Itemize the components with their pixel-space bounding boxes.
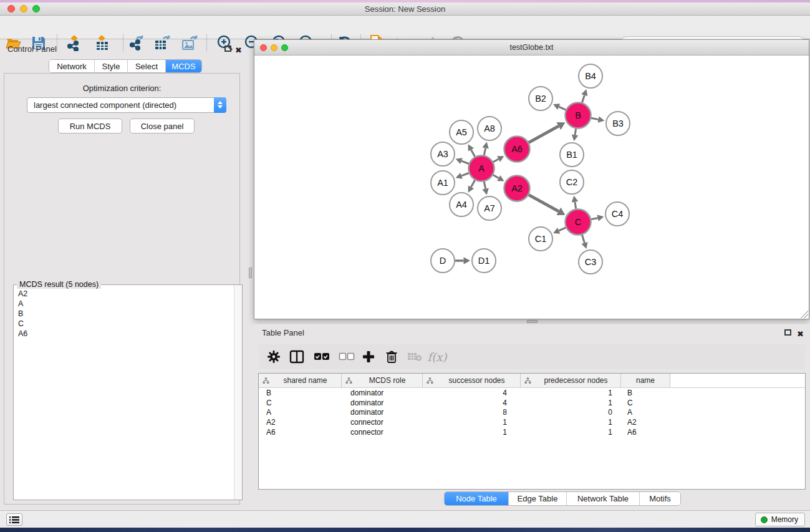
cell-name: A <box>621 408 670 417</box>
edge-A-A8[interactable] <box>484 148 485 155</box>
tab-network[interactable]: Network <box>49 60 95 72</box>
column-type-icon <box>524 377 531 384</box>
export-image-button[interactable] <box>181 34 198 52</box>
edge-A-A6[interactable] <box>493 159 499 162</box>
column-header-label: name <box>621 376 670 385</box>
edge-B-B4[interactable] <box>582 95 585 102</box>
show-column-button[interactable] <box>288 348 306 365</box>
column-header-MCDS-role[interactable]: MCDS role <box>342 374 423 387</box>
result-list-item[interactable]: A2 <box>14 289 233 299</box>
columns-icon <box>289 350 304 364</box>
cell-shared-name: B <box>259 389 342 397</box>
import-network-button[interactable] <box>65 34 82 52</box>
column-header-name[interactable]: name <box>621 374 670 387</box>
tab-network-table[interactable]: Network Table <box>567 492 640 505</box>
arrowhead-icon <box>482 142 488 149</box>
table-row[interactable]: A2connector11A2 <box>259 417 805 427</box>
network-window-titlebar[interactable]: testGlobe.txt <box>254 40 809 56</box>
cell-name: B <box>621 389 670 397</box>
control-panel-close-button[interactable]: ✖ <box>235 44 242 56</box>
edge-A-A5[interactable] <box>471 150 475 157</box>
table-row[interactable]: Adominator80A <box>259 408 805 418</box>
node-label-C: C <box>575 217 581 227</box>
control-panel-float-button[interactable] <box>224 46 231 52</box>
run-mcds-button[interactable]: Run MCDS <box>58 118 122 133</box>
checked-boxes-icon <box>314 352 330 361</box>
table-panel-float-button[interactable] <box>784 329 791 336</box>
table-row[interactable]: A6connector11A6 <box>259 427 805 437</box>
column-header-shared-name[interactable]: shared name <box>259 374 342 387</box>
toolbar-separator <box>206 34 207 51</box>
table-panel-close-button[interactable]: ✖ <box>797 328 804 339</box>
select-all-button[interactable] <box>313 348 330 365</box>
edge-A6-B[interactable] <box>529 126 559 142</box>
node-label-A1: A1 <box>437 178 448 188</box>
deselect-all-button[interactable] <box>338 348 355 365</box>
arrowhead-icon <box>572 196 578 203</box>
dropdown-value: largest connected component (directed) <box>27 100 214 110</box>
table-settings-button[interactable] <box>265 348 282 365</box>
result-list-item[interactable]: A <box>14 299 233 309</box>
create-column-button[interactable] <box>360 348 377 365</box>
result-list-item[interactable]: C <box>14 319 233 329</box>
edge-C-C4[interactable] <box>591 218 598 219</box>
unchecked-boxes-icon <box>339 352 355 361</box>
control-panel-title: Control Panel <box>7 44 57 54</box>
tab-edge-table[interactable]: Edge Table <box>509 492 567 505</box>
import-table-button[interactable] <box>94 34 111 52</box>
tab-mcds[interactable]: MCDS <box>166 60 201 72</box>
export-network-button[interactable] <box>127 34 145 52</box>
delete-table-icon <box>407 352 422 362</box>
tab-motifs[interactable]: Motifs <box>640 492 680 505</box>
delete-table-button[interactable] <box>406 348 423 365</box>
edge-A-A7[interactable] <box>484 181 485 189</box>
result-scrollbar[interactable] <box>234 285 242 500</box>
edge-C-C1[interactable] <box>559 228 566 231</box>
network-graph: AA1A2A3A4A5A6A7A8BB1B2B3B4CC1C2C3C4DD1 <box>254 56 809 319</box>
result-list-item[interactable]: A6 <box>14 329 233 339</box>
show-panels-button[interactable] <box>6 513 22 526</box>
optimization-criterion-dropdown[interactable]: largest connected component (directed) <box>27 97 226 113</box>
node-label-A8: A8 <box>484 123 495 133</box>
node-label-B3: B3 <box>612 118 624 128</box>
memory-button[interactable]: Memory <box>755 513 805 526</box>
horizontal-splitter-handle[interactable] <box>527 320 538 323</box>
tab-node-table[interactable]: Node Table <box>445 492 509 505</box>
arrowhead-icon <box>464 257 471 264</box>
function-builder-button[interactable]: f(x) <box>428 348 446 365</box>
tab-select[interactable]: Select <box>128 60 166 72</box>
column-header-successor-nodes[interactable]: successor nodes <box>423 374 521 387</box>
control-panel-body: Optimization criterion: largest connecte… <box>4 73 240 505</box>
close-panel-button[interactable]: Close panel <box>130 118 195 133</box>
result-list-item[interactable]: B <box>14 309 233 319</box>
edge-A2-C[interactable] <box>529 195 559 211</box>
mcds-result-list[interactable]: A2ABCA6 <box>14 289 233 499</box>
table-row[interactable]: Cdominator41C <box>259 398 805 408</box>
edge-B-B1[interactable] <box>575 128 576 135</box>
edge-A-A3[interactable] <box>461 161 469 163</box>
table-row[interactable]: Bdominator41B <box>259 388 805 398</box>
column-header-predecessor-nodes[interactable]: predecessor nodes <box>521 374 621 387</box>
edge-A-A1[interactable] <box>461 173 469 175</box>
cell-successor-nodes: 4 <box>423 399 521 407</box>
edge-C-C3[interactable] <box>582 235 584 243</box>
chevron-up-icon <box>218 101 223 104</box>
tab-style[interactable]: Style <box>95 60 128 72</box>
export-table-button[interactable] <box>153 34 171 52</box>
edge-C-C2[interactable] <box>575 202 576 209</box>
node-table[interactable]: shared nameMCDS rolesuccessor nodesprede… <box>258 373 806 490</box>
edge-B-B2[interactable] <box>559 107 566 110</box>
edge-B-B3[interactable] <box>591 118 599 119</box>
edge-A-A2[interactable] <box>493 175 499 178</box>
node-label-A6: A6 <box>511 144 523 154</box>
delete-column-button[interactable] <box>383 348 400 365</box>
vertical-splitter-handle[interactable] <box>249 268 252 278</box>
network-canvas[interactable]: AA1A2A3A4A5A6A7A8BB1B2B3B4CC1C2C3C4DD1 <box>254 56 809 319</box>
fx-icon: f(x) <box>428 351 447 364</box>
export-image-icon <box>181 35 198 51</box>
cell-predecessor-nodes: 1 <box>521 418 621 427</box>
table-panel-title: Table Panel <box>262 328 304 337</box>
main-titlebar: Session: New Session <box>0 2 810 16</box>
edge-A-A4[interactable] <box>471 180 475 187</box>
resize-grip-icon[interactable] <box>801 311 808 318</box>
